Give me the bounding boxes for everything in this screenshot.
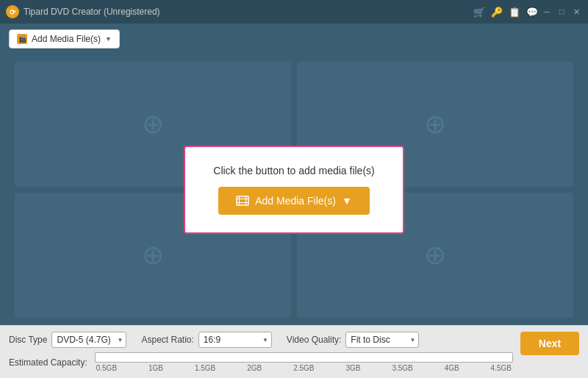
title-bar-right: 🛒 🔑 📋 💬 ─ □ ✕: [473, 6, 582, 18]
svg-rect-2: [237, 202, 248, 203]
title-bar-left: ⟳ Tipard DVD Creator (Unregistered): [6, 5, 160, 18]
bottom-controls: Disc Type DVD-5 (4.7G) DVD-9 (8.5G) BD-2…: [9, 332, 579, 372]
video-quality-select-wrapper: Fit to Disc High Medium Low: [345, 332, 419, 348]
tick-1: 1GB: [148, 364, 163, 372]
center-prompt-box: Click the button to add media file(s) Ad…: [184, 146, 404, 234]
bottom-row1: Disc Type DVD-5 (4.7G) DVD-9 (8.5G) BD-2…: [9, 332, 513, 348]
capacity-bar-wrapper: 0.5GB 1GB 1.5GB 2GB 2.5GB 3GB 3.5GB 4GB …: [95, 352, 513, 372]
capacity-bar: [95, 352, 513, 363]
add-media-main-label: Add Media File(s): [255, 195, 336, 207]
svg-rect-0: [237, 196, 248, 205]
tick-0: 0.5GB: [96, 364, 117, 372]
video-quality-label: Video Quality:: [287, 335, 342, 345]
chat-icon[interactable]: 💬: [526, 7, 538, 18]
tick-8: 4.5GB: [491, 364, 512, 372]
prompt-text: Click the button to add media file(s): [213, 165, 374, 176]
next-button[interactable]: Next: [520, 332, 579, 355]
app-title: Tipard DVD Creator (Unregistered): [24, 7, 160, 17]
svg-rect-4: [245, 196, 246, 205]
capacity-label: Estimated Capacity:: [9, 357, 87, 368]
cart-icon[interactable]: 🛒: [473, 7, 485, 18]
add-media-toolbar-label: Add Media File(s): [32, 34, 101, 44]
info-icon[interactable]: 🔑: [491, 7, 503, 18]
capacity-ticks: 0.5GB 1GB 1.5GB 2GB 2.5GB 3GB 3.5GB 4GB …: [95, 364, 513, 372]
minimize-button[interactable]: ─: [541, 6, 553, 18]
svg-rect-3: [239, 196, 240, 205]
bottom-fields-and-bar: Disc Type DVD-5 (4.7G) DVD-9 (8.5G) BD-2…: [9, 332, 513, 372]
disc-type-group: Disc Type DVD-5 (4.7G) DVD-9 (8.5G) BD-2…: [9, 332, 126, 348]
bottom-row2: Estimated Capacity: 0.5GB 1GB 1.5GB 2GB …: [9, 352, 513, 372]
window-icons: 🛒 🔑 📋 💬: [473, 7, 538, 18]
toolbar: 🎬 Add Media File(s) ▼: [0, 24, 588, 54]
aspect-ratio-group: Aspect Ratio: 16:9 4:3: [141, 332, 271, 348]
content-area: ⊕ ⊕ ⊕ ⊕ Click the button to add media fi…: [0, 54, 588, 325]
bg-panel-icon-3: ⊕: [142, 240, 164, 271]
tick-2: 1.5GB: [195, 364, 215, 372]
app-icon: ⟳: [6, 5, 19, 18]
tick-3: 2GB: [247, 364, 262, 372]
bg-panel-icon-2: ⊕: [424, 109, 446, 140]
add-media-main-button[interactable]: Add Media File(s) ▼: [218, 187, 370, 215]
bottom-bar: Disc Type DVD-5 (4.7G) DVD-9 (8.5G) BD-2…: [0, 325, 588, 378]
add-media-toolbar-button[interactable]: 🎬 Add Media File(s) ▼: [9, 29, 120, 49]
video-quality-group: Video Quality: Fit to Disc High Medium L…: [287, 332, 420, 348]
tick-6: 3.5GB: [392, 364, 412, 372]
center-dropdown-arrow: ▼: [342, 195, 352, 207]
aspect-ratio-select[interactable]: 16:9 4:3: [198, 332, 272, 348]
aspect-ratio-label: Aspect Ratio:: [141, 335, 193, 345]
disc-type-select[interactable]: DVD-5 (4.7G) DVD-9 (8.5G) BD-25 BD-50: [51, 332, 126, 348]
disc-type-select-wrapper: DVD-5 (4.7G) DVD-9 (8.5G) BD-25 BD-50: [51, 332, 126, 348]
title-bar: ⟳ Tipard DVD Creator (Unregistered) 🛒 🔑 …: [0, 0, 588, 24]
main-window: 🎬 Add Media File(s) ▼ ⊕ ⊕ ⊕ ⊕ Click the …: [0, 24, 588, 378]
aspect-ratio-select-wrapper: 16:9 4:3: [198, 332, 272, 348]
disc-type-label: Disc Type: [9, 335, 47, 345]
video-quality-select[interactable]: Fit to Disc High Medium Low: [345, 332, 419, 348]
tick-5: 3GB: [345, 364, 360, 372]
tick-4: 2.5GB: [293, 364, 314, 372]
bg-panel-icon-4: ⊕: [424, 240, 446, 271]
tick-7: 4GB: [445, 364, 459, 372]
close-button[interactable]: ✕: [570, 6, 582, 18]
dropdown-arrow-icon: ▼: [105, 35, 112, 43]
main-film-icon: [236, 194, 249, 207]
svg-rect-1: [237, 199, 248, 199]
maximize-button[interactable]: □: [556, 6, 567, 18]
film-icon: 🎬: [17, 34, 27, 44]
file-icon[interactable]: 📋: [509, 7, 520, 18]
bg-panel-icon-1: ⊕: [142, 109, 164, 140]
